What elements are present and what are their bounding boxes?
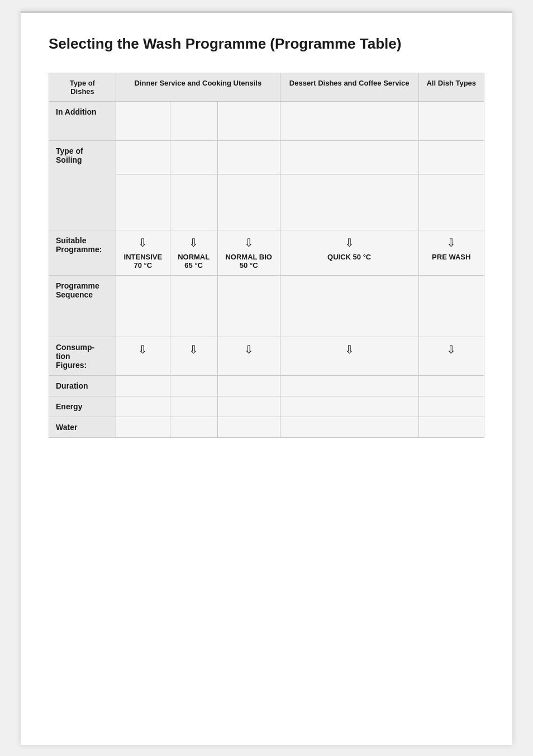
cell-seq-3 [217,276,280,337]
cell-soiling-bot-2 [170,174,217,230]
arrow-cons-4: ⇩ [287,343,412,356]
cell-water-5 [418,417,484,438]
arrow-cons-1: ⇩ [123,343,163,356]
cell-prog-quick: ⇩ QUICK 50 °C [280,230,418,276]
cell-energy-3 [217,396,280,417]
row-suitable-programme: Suitable Programme: ⇩ INTENSIVE 70 °C ⇩ … [49,230,484,276]
name-normal-bio: NORMAL BIO 50 °C [225,253,273,270]
cell-in-addition-1 [116,102,170,141]
name-normal: NORMAL 65 °C [177,253,211,270]
cell-energy-4 [280,396,418,417]
label-duration: Duration [49,376,116,396]
name-prewash: PRE WASH [426,253,478,261]
arrow-intensive: ⇩ [123,236,163,249]
name-intensive: INTENSIVE 70 °C [123,253,163,270]
cell-water-2 [170,417,217,438]
label-consumption: Consump- tion Figures: [49,337,116,376]
cell-seq-1 [116,276,170,337]
name-quick: QUICK 50 °C [287,253,412,261]
label-type-soiling: Type of Soiling [49,141,116,230]
arrow-cons-3: ⇩ [225,343,273,356]
page-container: Selecting the Wash Programme (Programme … [21,11,512,745]
row-programme-sequence: Programme Sequence [49,276,484,337]
arrow-normal-bio: ⇩ [225,236,273,249]
cell-prog-normal: ⇩ NORMAL 65 °C [170,230,217,276]
cell-soiling-bot-4 [280,174,418,230]
cell-dur-1 [116,376,170,396]
cell-energy-2 [170,396,217,417]
header-type-dishes: Type of Dishes [49,73,116,102]
cell-in-addition-5 [418,102,484,141]
cell-cons-2: ⇩ [170,337,217,376]
cell-water-1 [116,417,170,438]
cell-soiling-top-3 [217,141,280,174]
cell-dur-2 [170,376,217,396]
cell-water-4 [280,417,418,438]
cell-soiling-top-4 [280,141,418,174]
arrow-cons-2: ⇩ [177,343,211,356]
cell-prog-intensive: ⇩ INTENSIVE 70 °C [116,230,170,276]
header-dessert: Dessert Dishes and Coffee Service [280,73,418,102]
arrow-cons-5: ⇩ [426,343,478,356]
cell-cons-1: ⇩ [116,337,170,376]
label-programme-sequence: Programme Sequence [49,276,116,337]
cell-water-3 [217,417,280,438]
cell-in-addition-4 [280,102,418,141]
cell-soiling-bot-3 [217,174,280,230]
cell-soiling-bot-1 [116,174,170,230]
row-type-soiling-top: Type of Soiling [49,141,484,174]
cell-prog-prewash: ⇩ PRE WASH [418,230,484,276]
cell-prog-normal-bio: ⇩ NORMAL BIO 50 °C [217,230,280,276]
arrow-normal: ⇩ [177,236,211,249]
cell-cons-4: ⇩ [280,337,418,376]
row-water: Water [49,417,484,438]
cell-soiling-top-2 [170,141,217,174]
page-title: Selecting the Wash Programme (Programme … [49,35,484,53]
programme-table: Type of Dishes Dinner Service and Cookin… [49,73,484,438]
cell-energy-5 [418,396,484,417]
cell-cons-5: ⇩ [418,337,484,376]
cell-seq-2 [170,276,217,337]
cell-seq-4 [280,276,418,337]
row-energy: Energy [49,396,484,417]
label-suitable-programme: Suitable Programme: [49,230,116,276]
cell-in-addition-3 [217,102,280,141]
label-water: Water [49,417,116,438]
cell-soiling-top-1 [116,141,170,174]
cell-energy-1 [116,396,170,417]
row-in-addition: In Addition [49,102,484,141]
label-energy: Energy [49,396,116,417]
cell-cons-3: ⇩ [217,337,280,376]
cell-soiling-top-5 [418,141,484,174]
cell-seq-5 [418,276,484,337]
arrow-prewash: ⇩ [426,236,478,249]
cell-soiling-bot-5 [418,174,484,230]
cell-dur-3 [217,376,280,396]
header-all-dish: All Dish Types [418,73,484,102]
row-consumption: Consump- tion Figures: ⇩ ⇩ ⇩ ⇩ ⇩ [49,337,484,376]
label-in-addition: In Addition [49,102,116,141]
cell-in-addition-2 [170,102,217,141]
cell-dur-5 [418,376,484,396]
header-dinner: Dinner Service and Cooking Utensils [116,73,280,102]
cell-dur-4 [280,376,418,396]
arrow-quick: ⇩ [287,236,412,249]
row-duration: Duration [49,376,484,396]
